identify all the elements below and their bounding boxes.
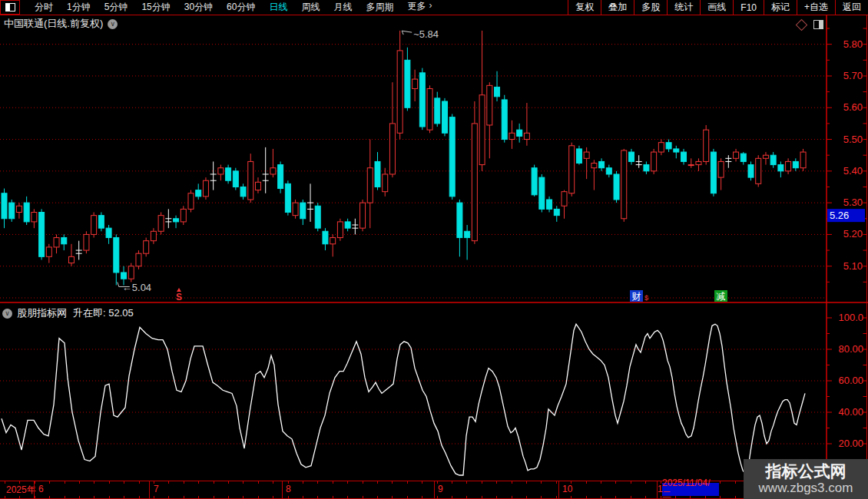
candle-body	[696, 161, 701, 164]
time-tick	[541, 481, 542, 484]
candle-body	[226, 168, 231, 181]
time-tick	[601, 481, 601, 484]
partial-month-label: 1	[658, 484, 663, 494]
time-tick	[273, 496, 273, 498]
candle-body	[711, 152, 716, 193]
time-tick	[258, 481, 259, 484]
price-axis-label: 5.60	[843, 101, 863, 113]
candle-body	[367, 168, 373, 203]
candle-body	[31, 213, 37, 222]
symbol-title: 中国联通(日线.前复权)	[4, 17, 103, 31]
time-tick	[347, 496, 348, 498]
toolbar-button-6[interactable]: 标记	[764, 0, 797, 15]
period-item-6[interactable]: 日线	[262, 1, 294, 14]
menu-item-more[interactable]: 更多	[400, 0, 429, 15]
candle-body	[502, 100, 507, 140]
main-candlestick-chart[interactable]: 5.805.705.605.505.405.305.205.10~5.84←5.…	[0, 15, 868, 303]
time-tick	[735, 481, 736, 484]
time-tick	[317, 481, 318, 484]
candle-body	[285, 183, 290, 212]
time-tick	[154, 496, 154, 498]
candle-body	[644, 165, 649, 171]
candle-body	[383, 174, 388, 192]
price-axis-label: 5.50	[843, 134, 863, 145]
indicator-axis-label: 20.00	[838, 438, 863, 449]
time-tick	[496, 481, 497, 484]
toolbar-button-7[interactable]: +自选	[797, 0, 835, 15]
chevron-down-icon[interactable]: ∨	[2, 309, 12, 319]
indicator-axis-label: 80.00	[838, 343, 863, 355]
toolbar-button-1[interactable]: 叠加	[601, 0, 634, 15]
candle-body	[718, 161, 724, 177]
toolbar-button-2[interactable]: 多股	[634, 0, 667, 15]
time-tick	[377, 496, 378, 498]
time-tick	[526, 496, 527, 498]
candle-body	[614, 174, 619, 200]
period-item-4[interactable]: 30分钟	[177, 1, 220, 14]
corner-icons	[797, 20, 823, 29]
candle-body	[323, 231, 328, 244]
period-item-0[interactable]: 分时	[28, 1, 60, 14]
period-item-1[interactable]: 1分钟	[60, 1, 98, 14]
candle-body	[628, 152, 634, 161]
toolbar-button-8[interactable]: 返回	[835, 0, 868, 15]
time-tick	[422, 496, 422, 498]
panel-split-icon[interactable]	[813, 20, 823, 29]
time-tick	[645, 496, 646, 498]
time-tick	[452, 496, 452, 498]
period-item-9[interactable]: 多周期	[359, 1, 400, 14]
time-tick	[168, 496, 169, 498]
time-tick	[675, 496, 676, 498]
period-item-8[interactable]: 月线	[326, 1, 359, 14]
toolbar-button-5[interactable]: F10	[733, 0, 764, 15]
candle-body	[786, 161, 791, 170]
time-tick	[526, 481, 527, 484]
month-separator	[434, 481, 435, 498]
period-item-7[interactable]: 周线	[294, 1, 326, 14]
period-item-2[interactable]: 5分钟	[98, 1, 135, 14]
candle-body	[591, 164, 597, 168]
time-tick	[422, 481, 422, 484]
time-tick	[333, 481, 333, 484]
indicator-name: 股朋指标网	[17, 306, 67, 320]
time-axis[interactable]: 2025年 2025/11/04/二 6789101	[0, 481, 868, 499]
candle-body	[681, 152, 687, 161]
time-tick	[437, 496, 438, 498]
candle-body	[793, 161, 798, 167]
indicator-line-chart[interactable]: 100.080.0060.0040.0020.00	[0, 303, 868, 481]
toolbar-button-4[interactable]: 画线	[700, 0, 733, 15]
toolbar-button-0[interactable]: 复权	[568, 0, 601, 15]
candle-body	[479, 95, 485, 165]
candle-body	[128, 266, 134, 279]
indicator-header: ∨ 股朋指标网 升在即: 52.05	[2, 306, 134, 320]
indicator-line	[2, 324, 805, 475]
toolbar-button-3[interactable]: 统计	[667, 0, 700, 15]
watermark-url: www.zbgs3.com	[759, 481, 853, 496]
time-tick	[720, 496, 721, 498]
time-tick	[317, 496, 318, 498]
candle-body	[427, 88, 432, 130]
candle-body	[91, 216, 97, 235]
diamond-icon[interactable]	[796, 18, 808, 31]
time-tick	[49, 496, 50, 498]
period-item-5[interactable]: 60分钟	[220, 1, 262, 14]
candle-body	[98, 216, 104, 229]
time-tick	[482, 496, 482, 498]
time-tick	[19, 496, 20, 498]
time-tick	[512, 481, 512, 484]
period-item-3[interactable]: 15分钟	[134, 1, 177, 14]
time-tick	[556, 496, 557, 498]
window-split-icon[interactable]	[0, 0, 20, 15]
candle-body	[16, 206, 22, 212]
candle-body	[174, 219, 179, 222]
candle-body	[240, 187, 246, 196]
candle-body	[748, 165, 754, 178]
time-tick	[65, 481, 65, 484]
time-tick	[363, 481, 363, 484]
chevron-down-icon[interactable]: ∨	[108, 19, 118, 29]
candle-body	[218, 168, 224, 174]
candle-body	[54, 238, 59, 247]
time-tick	[466, 481, 467, 484]
candle-body	[203, 180, 208, 197]
top-toolbar: 分时1分钟5分钟15分钟30分钟60分钟日线周线月线多周期 更多 › 复权叠加多…	[0, 0, 868, 15]
